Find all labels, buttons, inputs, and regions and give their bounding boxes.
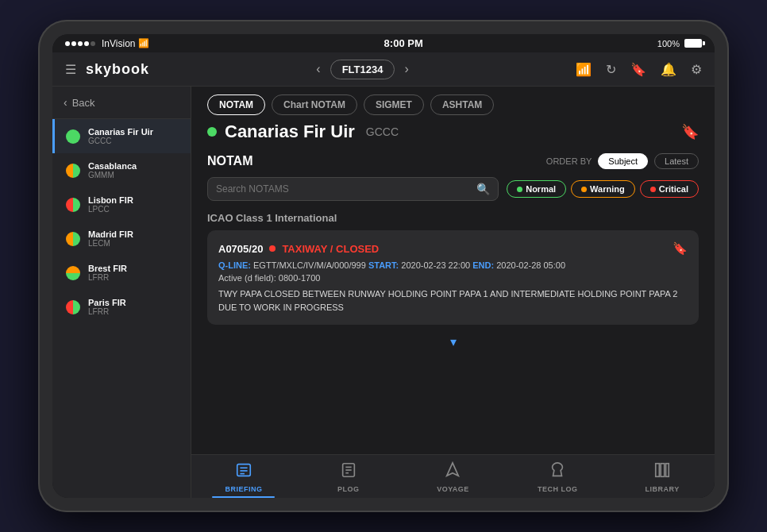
- tab-ashtam[interactable]: ASHTAM: [430, 94, 494, 115]
- tab-sigmet[interactable]: SIGMET: [364, 94, 424, 115]
- bottom-tab-library[interactable]: LIBRARY: [610, 455, 715, 498]
- notam-severity-dot: [269, 245, 276, 252]
- nav-prev-arrow[interactable]: ‹: [313, 59, 323, 79]
- bookmark-header-icon[interactable]: 🔖: [630, 62, 646, 77]
- fir-name-lisbon: Lisbon FIR: [88, 195, 133, 205]
- status-bar: InVision 📶 8:00 PM 100%: [52, 34, 715, 52]
- flight-nav: ‹ FLT1234 ›: [313, 59, 411, 79]
- fir-code-brest: LFRR: [88, 273, 127, 282]
- fir-name-canarias: Canarias Fir Uir: [88, 127, 153, 137]
- search-icon: 🔍: [476, 183, 490, 195]
- filter-critical-button[interactable]: Critical: [640, 180, 699, 198]
- notam-card-header: A0705/20 TAXIWAY / CLOSED 🔖: [218, 241, 688, 256]
- filter-warning-button[interactable]: Warning: [571, 180, 635, 198]
- fir-name-brest: Brest FIR: [88, 264, 127, 273]
- notam-subject: TAXIWAY / CLOSED: [282, 243, 379, 255]
- sidebar-item-casablanca[interactable]: Casablanca GMMM: [52, 153, 191, 187]
- notam-active-field: Active (d field): 0800-1700: [218, 273, 688, 283]
- signal-dot-5: [91, 41, 95, 46]
- bottom-tab-plog[interactable]: PLOG: [296, 455, 401, 498]
- fir-status-dot-canarias: [66, 129, 80, 144]
- notam-card-0: A0705/20 TAXIWAY / CLOSED 🔖 Q-LINE: EGTT…: [207, 230, 699, 325]
- notam-end-value: 2020-02-28 05:00: [496, 260, 565, 270]
- fir-code-madrid: LECM: [88, 239, 133, 248]
- signal-dot-4: [84, 41, 89, 46]
- refresh-icon[interactable]: ↻: [606, 62, 616, 77]
- notam-qline-value: EGTT/MXLC/IV/M/A/000/999: [253, 260, 366, 270]
- search-box[interactable]: 🔍: [207, 177, 499, 201]
- fir-header: Canarias Fir Uir GCCC 🔖: [207, 121, 699, 142]
- bottom-tabs: BRIEFING PLOG: [191, 454, 715, 498]
- fir-active-status-dot: [207, 127, 217, 137]
- notam-field-value: 0800-1700: [279, 273, 321, 283]
- notification-icon[interactable]: 🔔: [661, 62, 676, 77]
- sidebar: ‹ Back Canarias Fir Uir GCCC Casablanca: [52, 87, 191, 498]
- fir-info-canarias: Canarias Fir Uir GCCC: [88, 127, 153, 145]
- fir-name-paris: Paris FIR: [88, 298, 126, 307]
- fir-info-brest: Brest FIR LFRR: [88, 264, 127, 282]
- back-arrow-icon: ‹: [64, 96, 67, 109]
- battery-percent: 100%: [657, 39, 680, 48]
- hamburger-menu-icon[interactable]: ☰: [65, 62, 76, 77]
- sidebar-item-madrid[interactable]: Madrid FIR LECM: [52, 222, 191, 256]
- signal-dots: [65, 41, 95, 46]
- signal-dot-1: [65, 41, 70, 46]
- signal-dot-2: [71, 41, 76, 46]
- tab-notam[interactable]: NOTAM: [207, 94, 265, 115]
- main-layout: ‹ Back Canarias Fir Uir GCCC Casablanca: [52, 87, 715, 498]
- voyage-tab-label: VOYAGE: [437, 485, 469, 493]
- order-by-label: ORDER BY: [546, 156, 592, 166]
- filter-icon[interactable]: ⚙: [691, 62, 702, 77]
- svg-rect-9: [661, 464, 665, 477]
- order-latest-button[interactable]: Latest: [654, 153, 699, 169]
- filter-normal-button[interactable]: Normal: [507, 180, 566, 198]
- app-logo: skybook: [86, 61, 149, 78]
- search-input[interactable]: [216, 183, 472, 195]
- fir-status-dot-brest: [66, 266, 80, 280]
- bottom-tab-voyage[interactable]: VOYAGE: [401, 455, 506, 498]
- warning-label: Warning: [590, 184, 625, 194]
- fir-info-casablanca: Casablanca GMMM: [88, 161, 137, 179]
- notam-start-value: 2020-02-23 22:00: [401, 260, 470, 270]
- notam-qline: Q-LINE: EGTT/MXLC/IV/M/A/000/999 START: …: [218, 260, 688, 270]
- plog-tab-label: PLOG: [337, 485, 360, 493]
- scroll-down-icon[interactable]: ▾: [450, 334, 457, 349]
- bottom-tab-techlog[interactable]: TECH LOG: [505, 455, 610, 498]
- signal-dot-3: [78, 41, 83, 46]
- sidebar-item-canarias[interactable]: Canarias Fir Uir GCCC: [52, 119, 191, 153]
- tab-chart-notam[interactable]: Chart NOTAM: [272, 94, 357, 115]
- wifi-header-icon[interactable]: 📶: [576, 62, 592, 77]
- fir-status-dot-paris: [66, 300, 80, 314]
- content-area: NOTAM Chart NOTAM SIGMET ASHTAM Canarias…: [191, 87, 715, 498]
- search-filter-row: 🔍 Normal Warning: [207, 177, 699, 201]
- notam-card-bookmark-icon[interactable]: 🔖: [673, 241, 688, 256]
- nav-next-arrow[interactable]: ›: [401, 59, 411, 79]
- back-button[interactable]: ‹ Back: [52, 87, 191, 119]
- notam-header: NOTAM ORDER BY Subject Latest: [207, 153, 699, 169]
- wifi-icon: 📶: [138, 38, 149, 48]
- order-subject-button[interactable]: Subject: [598, 153, 648, 169]
- warning-dot: [581, 187, 587, 192]
- normal-dot: [517, 187, 522, 192]
- content-body: Canarias Fir Uir GCCC 🔖 NOTAM ORDER BY S…: [191, 121, 715, 454]
- fir-status-dot-madrid: [66, 232, 80, 246]
- fir-code-lisbon: LPCC: [88, 205, 133, 214]
- flight-id-badge[interactable]: FLT1234: [330, 60, 395, 79]
- filter-pills: Normal Warning Critical: [507, 180, 699, 198]
- fir-info-madrid: Madrid FIR LECM: [88, 229, 133, 248]
- status-left: InVision 📶: [65, 38, 149, 49]
- fir-main-code: GCCC: [366, 125, 399, 138]
- sidebar-item-lisbon[interactable]: Lisbon FIR LPCC: [52, 187, 191, 222]
- fir-bookmark-icon[interactable]: 🔖: [681, 123, 699, 141]
- sidebar-item-brest[interactable]: Brest FIR LFRR: [52, 256, 191, 290]
- techlog-tab-label: TECH LOG: [538, 485, 578, 493]
- fir-status-dot-casablanca: [66, 164, 80, 178]
- briefing-tab-icon: [235, 461, 252, 483]
- bottom-tab-briefing[interactable]: BRIEFING: [191, 455, 296, 498]
- fir-main-title: Canarias Fir Uir: [225, 121, 355, 142]
- tablet-frame: InVision 📶 8:00 PM 100% ☰ skybook ‹ FLT1…: [38, 20, 729, 512]
- library-tab-icon: [653, 461, 671, 483]
- fir-name-madrid: Madrid FIR: [88, 229, 133, 239]
- sidebar-item-paris[interactable]: Paris FIR LFRR: [52, 290, 191, 324]
- header-icons: 📶 ↻ 🔖 🔔 ⚙: [576, 62, 702, 77]
